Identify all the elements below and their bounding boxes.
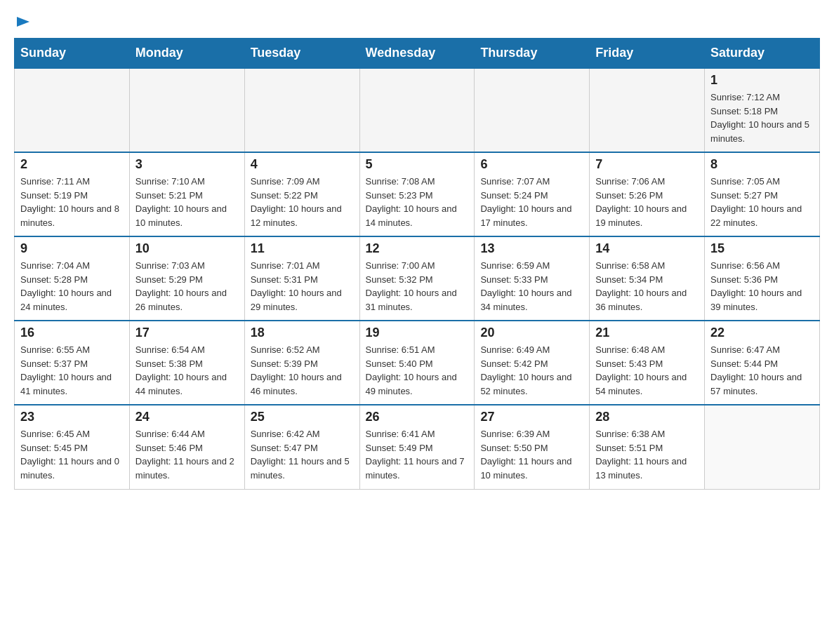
calendar-cell: 1Sunrise: 7:12 AM Sunset: 5:18 PM Daylig… — [705, 68, 820, 152]
day-number: 9 — [20, 241, 124, 256]
day-info: Sunrise: 6:45 AM Sunset: 5:45 PM Dayligh… — [20, 427, 124, 482]
day-number: 5 — [366, 157, 469, 172]
day-info: Sunrise: 6:47 AM Sunset: 5:44 PM Dayligh… — [710, 343, 814, 398]
week-row-5: 23Sunrise: 6:45 AM Sunset: 5:45 PM Dayli… — [15, 405, 820, 489]
day-info: Sunrise: 7:11 AM Sunset: 5:19 PM Dayligh… — [20, 175, 124, 229]
weekday-header-saturday: Saturday — [705, 39, 820, 69]
day-info: Sunrise: 6:48 AM Sunset: 5:43 PM Dayligh… — [595, 343, 699, 398]
calendar-cell: 15Sunrise: 6:56 AM Sunset: 5:36 PM Dayli… — [705, 236, 820, 321]
calendar-cell: 8Sunrise: 7:05 AM Sunset: 5:27 PM Daylig… — [705, 152, 820, 236]
day-info: Sunrise: 6:42 AM Sunset: 5:47 PM Dayligh… — [251, 427, 354, 482]
day-number: 24 — [135, 410, 239, 424]
calendar-cell: 4Sunrise: 7:09 AM Sunset: 5:22 PM Daylig… — [244, 152, 359, 236]
calendar-table: SundayMondayTuesdayWednesdayThursdayFrid… — [14, 38, 820, 490]
day-info: Sunrise: 6:44 AM Sunset: 5:46 PM Dayligh… — [135, 427, 239, 482]
calendar-cell — [590, 68, 705, 152]
day-number: 25 — [251, 410, 354, 424]
calendar-cell: 27Sunrise: 6:39 AM Sunset: 5:50 PM Dayli… — [475, 405, 590, 489]
calendar-cell: 14Sunrise: 6:58 AM Sunset: 5:34 PM Dayli… — [590, 236, 705, 321]
day-number: 19 — [366, 326, 469, 340]
calendar-cell: 20Sunrise: 6:49 AM Sunset: 5:42 PM Dayli… — [475, 321, 590, 405]
calendar-cell: 9Sunrise: 7:04 AM Sunset: 5:28 PM Daylig… — [15, 236, 130, 321]
weekday-header-thursday: Thursday — [475, 39, 590, 69]
day-number: 10 — [135, 241, 239, 256]
calendar-cell: 10Sunrise: 7:03 AM Sunset: 5:29 PM Dayli… — [129, 236, 244, 321]
day-info: Sunrise: 6:39 AM Sunset: 5:50 PM Dayligh… — [480, 427, 583, 482]
day-number: 26 — [366, 410, 469, 424]
day-info: Sunrise: 7:09 AM Sunset: 5:22 PM Dayligh… — [251, 175, 354, 229]
day-info: Sunrise: 6:49 AM Sunset: 5:42 PM Dayligh… — [480, 343, 583, 398]
day-number: 2 — [20, 157, 124, 172]
day-info: Sunrise: 7:01 AM Sunset: 5:31 PM Dayligh… — [251, 259, 354, 314]
calendar-cell: 17Sunrise: 6:54 AM Sunset: 5:38 PM Dayli… — [129, 321, 244, 405]
day-number: 1 — [710, 73, 814, 88]
calendar-cell: 24Sunrise: 6:44 AM Sunset: 5:46 PM Dayli… — [129, 405, 244, 489]
calendar-cell: 13Sunrise: 6:59 AM Sunset: 5:33 PM Dayli… — [475, 236, 590, 321]
day-number: 7 — [595, 157, 699, 172]
day-info: Sunrise: 7:10 AM Sunset: 5:21 PM Dayligh… — [135, 175, 239, 229]
day-number: 13 — [480, 241, 583, 256]
svg-marker-0 — [17, 17, 29, 27]
day-number: 20 — [480, 326, 583, 340]
calendar-cell: 3Sunrise: 7:10 AM Sunset: 5:21 PM Daylig… — [129, 152, 244, 236]
logo-arrow-icon — [15, 14, 31, 29]
day-info: Sunrise: 6:58 AM Sunset: 5:34 PM Dayligh… — [595, 259, 699, 314]
weekday-header-row: SundayMondayTuesdayWednesdayThursdayFrid… — [15, 39, 820, 69]
day-info: Sunrise: 6:56 AM Sunset: 5:36 PM Dayligh… — [710, 259, 814, 314]
day-number: 14 — [595, 241, 699, 256]
weekday-header-monday: Monday — [129, 39, 244, 69]
day-info: Sunrise: 7:07 AM Sunset: 5:24 PM Dayligh… — [480, 175, 583, 229]
calendar-cell: 12Sunrise: 7:00 AM Sunset: 5:32 PM Dayli… — [359, 236, 475, 321]
day-info: Sunrise: 7:03 AM Sunset: 5:29 PM Dayligh… — [135, 259, 239, 314]
week-row-4: 16Sunrise: 6:55 AM Sunset: 5:37 PM Dayli… — [15, 321, 820, 405]
calendar-cell — [475, 68, 590, 152]
day-number: 3 — [135, 157, 239, 172]
day-number: 11 — [251, 241, 354, 256]
calendar-cell: 28Sunrise: 6:38 AM Sunset: 5:51 PM Dayli… — [590, 405, 705, 489]
week-row-3: 9Sunrise: 7:04 AM Sunset: 5:28 PM Daylig… — [15, 236, 820, 321]
day-number: 15 — [710, 241, 814, 256]
calendar-cell: 23Sunrise: 6:45 AM Sunset: 5:45 PM Dayli… — [15, 405, 130, 489]
calendar-cell: 25Sunrise: 6:42 AM Sunset: 5:47 PM Dayli… — [244, 405, 359, 489]
day-number: 21 — [595, 326, 699, 340]
day-info: Sunrise: 7:00 AM Sunset: 5:32 PM Dayligh… — [366, 259, 469, 314]
day-number: 16 — [20, 326, 124, 340]
logo — [14, 14, 31, 31]
day-number: 27 — [480, 410, 583, 424]
calendar-cell — [129, 68, 244, 152]
calendar-cell: 5Sunrise: 7:08 AM Sunset: 5:23 PM Daylig… — [359, 152, 475, 236]
day-info: Sunrise: 7:04 AM Sunset: 5:28 PM Dayligh… — [20, 259, 124, 314]
day-info: Sunrise: 7:08 AM Sunset: 5:23 PM Dayligh… — [366, 175, 469, 229]
day-number: 12 — [366, 241, 469, 256]
day-info: Sunrise: 6:52 AM Sunset: 5:39 PM Dayligh… — [251, 343, 354, 398]
day-number: 28 — [595, 410, 699, 424]
calendar-cell: 22Sunrise: 6:47 AM Sunset: 5:44 PM Dayli… — [705, 321, 820, 405]
calendar-cell: 19Sunrise: 6:51 AM Sunset: 5:40 PM Dayli… — [359, 321, 475, 405]
calendar-cell — [705, 405, 820, 489]
calendar-cell — [359, 68, 475, 152]
calendar-cell: 26Sunrise: 6:41 AM Sunset: 5:49 PM Dayli… — [359, 405, 475, 489]
day-number: 6 — [480, 157, 583, 172]
day-info: Sunrise: 6:55 AM Sunset: 5:37 PM Dayligh… — [20, 343, 124, 398]
day-number: 18 — [251, 326, 354, 340]
day-number: 23 — [20, 410, 124, 424]
week-row-1: 1Sunrise: 7:12 AM Sunset: 5:18 PM Daylig… — [15, 68, 820, 152]
day-info: Sunrise: 7:05 AM Sunset: 5:27 PM Dayligh… — [710, 175, 814, 229]
day-number: 8 — [710, 157, 814, 172]
day-info: Sunrise: 6:51 AM Sunset: 5:40 PM Dayligh… — [366, 343, 469, 398]
page-header — [14, 14, 820, 31]
weekday-header-sunday: Sunday — [15, 39, 130, 69]
calendar-cell: 21Sunrise: 6:48 AM Sunset: 5:43 PM Dayli… — [590, 321, 705, 405]
day-number: 22 — [710, 326, 814, 340]
week-row-2: 2Sunrise: 7:11 AM Sunset: 5:19 PM Daylig… — [15, 152, 820, 236]
calendar-cell: 7Sunrise: 7:06 AM Sunset: 5:26 PM Daylig… — [590, 152, 705, 236]
day-info: Sunrise: 6:38 AM Sunset: 5:51 PM Dayligh… — [595, 427, 699, 482]
calendar-cell: 6Sunrise: 7:07 AM Sunset: 5:24 PM Daylig… — [475, 152, 590, 236]
calendar-cell — [15, 68, 130, 152]
weekday-header-friday: Friday — [590, 39, 705, 69]
calendar-cell — [244, 68, 359, 152]
calendar-cell: 2Sunrise: 7:11 AM Sunset: 5:19 PM Daylig… — [15, 152, 130, 236]
day-info: Sunrise: 6:54 AM Sunset: 5:38 PM Dayligh… — [135, 343, 239, 398]
day-info: Sunrise: 7:12 AM Sunset: 5:18 PM Dayligh… — [710, 90, 814, 145]
weekday-header-wednesday: Wednesday — [359, 39, 475, 69]
